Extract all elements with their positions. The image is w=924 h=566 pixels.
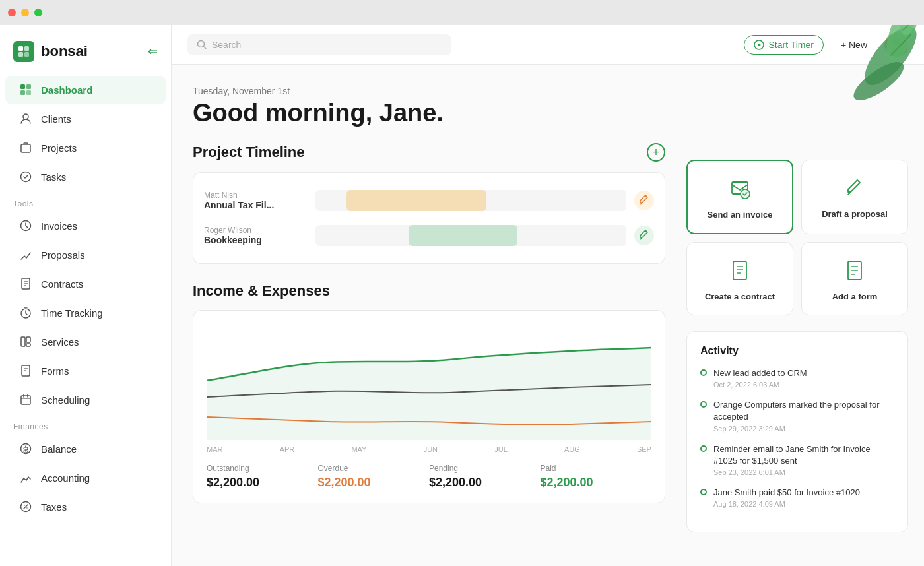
- sidebar-item-time-tracking[interactable]: Time Tracking: [5, 299, 166, 327]
- svg-rect-23: [21, 337, 25, 346]
- list-item: Jane Smith paid $50 for Invoice #1020 Au…: [700, 487, 894, 508]
- chart-label-mar: MAR: [207, 445, 222, 453]
- svg-rect-6: [18, 46, 23, 51]
- add-timeline-button[interactable]: +: [647, 143, 665, 162]
- svg-rect-7: [24, 46, 29, 51]
- sidebar-item-tasks-label: Tasks: [41, 172, 66, 183]
- activity-dot-3: [700, 445, 707, 452]
- sidebar-item-forms[interactable]: Forms: [5, 357, 166, 385]
- invoices-icon: [18, 218, 33, 233]
- quick-action-send-invoice[interactable]: Send an invoice: [686, 160, 793, 234]
- stat-overdue-label: Overdue: [318, 464, 430, 473]
- svg-line-36: [204, 47, 207, 49]
- time-tracking-icon: [18, 305, 33, 320]
- forms-icon: [18, 363, 33, 378]
- svg-point-40: [892, 38, 900, 46]
- svg-rect-13: [26, 90, 31, 95]
- timeline-bar-1: [315, 190, 626, 211]
- activity-time-1: Oct 2, 2022 6:03 AM: [713, 381, 894, 389]
- dashboard-icon: [18, 82, 33, 97]
- quick-action-add-form[interactable]: Add a form: [801, 242, 908, 315]
- send-invoice-label: Send an invoice: [708, 210, 773, 220]
- chart-labels: MAR APR MAY JUN JUL AUG SEP: [207, 445, 651, 453]
- sidebar-item-services[interactable]: Services: [5, 328, 166, 356]
- activity-dot-1: [700, 369, 707, 376]
- topbar: Search Start Timer + New: [172, 25, 924, 65]
- search-icon: [197, 40, 207, 49]
- sidebar-item-dashboard[interactable]: Dashboard: [5, 76, 166, 104]
- new-button[interactable]: + New: [832, 36, 876, 54]
- page-header: Tuesday, November 1st Good morning, Jane…: [193, 86, 665, 127]
- activity-content-3: Reminder email to Jane Smith for Invoice…: [713, 443, 894, 476]
- start-timer-button[interactable]: Start Timer: [744, 35, 823, 55]
- svg-rect-24: [26, 337, 30, 342]
- activity-content-1: New lead added to CRM Oct 2, 2022 6:03 A…: [713, 367, 894, 389]
- sidebar-item-proposals-label: Proposals: [41, 249, 85, 261]
- sidebar-item-clients[interactable]: Clients: [5, 105, 166, 133]
- table-row: Roger Wilson Bookkeeping: [204, 218, 654, 253]
- greeting-text: Good morning, Jane.: [193, 99, 665, 127]
- sidebar-item-clients-label: Clients: [41, 113, 71, 125]
- timeline-action-1[interactable]: [634, 191, 654, 210]
- stat-paid-label: Paid: [541, 464, 652, 473]
- clients-icon: [18, 111, 33, 126]
- date-text: Tuesday, November 1st: [193, 86, 665, 96]
- scheduling-icon: [18, 393, 33, 407]
- chart-label-jun: JUN: [424, 445, 438, 453]
- chart-label-jul: JUL: [494, 445, 508, 453]
- timeline-bar-2: [315, 225, 626, 246]
- svg-marker-38: [758, 43, 762, 46]
- chart-label-aug: AUG: [564, 445, 580, 453]
- timeline-container: Matt Nish Annual Tax Fil...: [193, 172, 665, 264]
- sidebar-item-balance-label: Balance: [41, 443, 77, 455]
- sidebar-logo: bonsai ⇐: [0, 36, 171, 75]
- send-invoice-icon: [725, 174, 754, 203]
- activity-content-2: Orange Computers marked the proposal for…: [713, 399, 894, 432]
- sidebar-item-proposals[interactable]: Proposals: [5, 241, 166, 268]
- timeline-project-2: Bookkeeping: [204, 235, 308, 245]
- close-dot[interactable]: [8, 9, 16, 16]
- proposals-icon: [18, 247, 33, 262]
- maximize-dot[interactable]: [34, 9, 42, 16]
- table-row: Matt Nish Annual Tax Fil...: [204, 183, 654, 218]
- sidebar-item-taxes-label: Taxes: [41, 501, 67, 513]
- avatar[interactable]: [884, 33, 908, 57]
- logo-text: bonsai: [41, 43, 88, 60]
- tools-section-label: Tools: [0, 191, 171, 211]
- stat-outstanding: Outstanding $2,200.00: [207, 464, 318, 489]
- stat-outstanding-value: $2,200.00: [207, 476, 318, 489]
- sidebar-item-projects[interactable]: Projects: [5, 134, 166, 162]
- svg-rect-44: [733, 261, 746, 280]
- sidebar-item-accounting[interactable]: Accounting: [5, 464, 166, 491]
- sidebar-item-taxes[interactable]: Taxes: [5, 493, 166, 520]
- main-content: Tuesday, November 1st Good morning, Jane…: [172, 65, 924, 566]
- activity-text-2: Orange Computers marked the proposal for…: [713, 399, 894, 423]
- project-timeline-title: Project Timeline: [193, 144, 305, 161]
- sidebar-item-scheduling[interactable]: Scheduling: [5, 386, 166, 414]
- sidebar-item-tasks[interactable]: Tasks: [5, 163, 166, 191]
- svg-rect-15: [21, 144, 30, 152]
- svg-rect-29: [21, 396, 30, 404]
- sidebar-item-projects-label: Projects: [41, 142, 77, 154]
- svg-point-14: [23, 114, 28, 119]
- search-placeholder: Search: [212, 40, 241, 50]
- collapse-button[interactable]: ⇐: [148, 44, 158, 59]
- draft-proposal-icon: [840, 173, 869, 203]
- sidebar: bonsai ⇐ Dashboard Clients Projects T: [0, 25, 172, 566]
- stat-paid-value: $2,200.00: [541, 476, 652, 489]
- sidebar-item-accounting-label: Accounting: [41, 472, 90, 484]
- timeline-action-2[interactable]: [634, 226, 654, 245]
- quick-action-draft-proposal[interactable]: Draft a proposal: [801, 160, 908, 234]
- sidebar-item-contracts[interactable]: Contracts: [5, 270, 166, 298]
- sidebar-item-invoices[interactable]: Invoices: [5, 212, 166, 239]
- activity-section: Activity New lead added to CRM Oct 2, 20…: [686, 331, 908, 532]
- svg-point-33: [21, 444, 31, 454]
- activity-time-2: Sep 29, 2022 3:29 AM: [713, 425, 894, 433]
- stats-row: Outstanding $2,200.00 Overdue $2,200.00 …: [207, 464, 651, 489]
- income-expenses-section: Income & Expenses: [193, 282, 665, 503]
- sidebar-item-balance[interactable]: Balance: [5, 435, 166, 462]
- quick-action-create-contract[interactable]: Create a contract: [686, 242, 793, 315]
- accounting-icon: [18, 470, 33, 485]
- search-box[interactable]: Search: [187, 34, 451, 55]
- minimize-dot[interactable]: [21, 9, 29, 16]
